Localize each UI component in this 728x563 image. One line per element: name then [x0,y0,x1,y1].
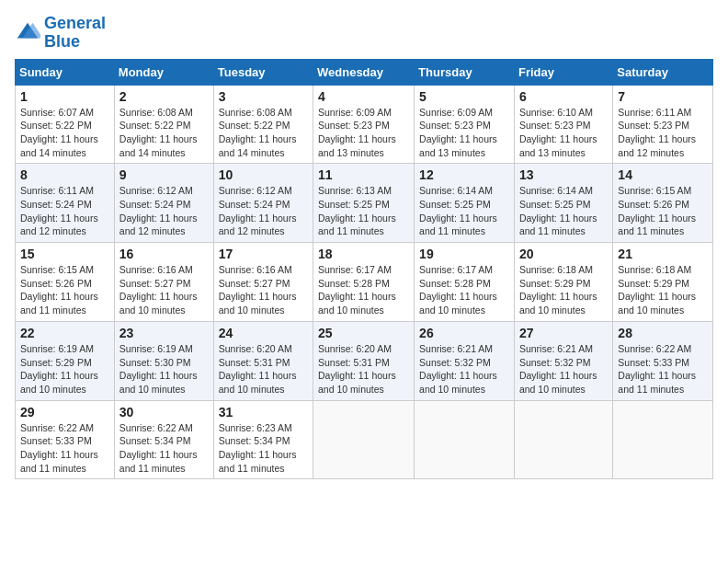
day-info: Sunrise: 6:12 AMSunset: 5:24 PMDaylight:… [219,184,308,238]
day-info: Sunrise: 6:09 AMSunset: 5:23 PMDaylight:… [318,106,409,160]
logo-icon [15,20,40,46]
calendar-cell: 29 Sunrise: 6:22 AMSunset: 5:33 PMDaylig… [16,400,115,479]
day-number: 18 [318,247,409,261]
day-number: 17 [219,247,308,261]
day-info: Sunrise: 6:23 AMSunset: 5:34 PMDaylight:… [219,421,308,476]
calendar-cell: 3 Sunrise: 6:08 AMSunset: 5:22 PMDayligh… [213,85,313,164]
logo: General Blue [15,15,106,52]
day-number: 11 [318,167,409,182]
day-info: Sunrise: 6:17 AMSunset: 5:28 PMDaylight:… [419,263,509,317]
calendar-cell: 1 Sunrise: 6:07 AMSunset: 5:22 PMDayligh… [16,85,115,164]
calendar-cell: 13 Sunrise: 6:14 AMSunset: 5:25 PMDaylig… [514,164,612,243]
day-number: 22 [20,326,109,340]
calendar-header-thursday: Thursday [415,59,515,85]
day-info: Sunrise: 6:22 AMSunset: 5:33 PMDaylight:… [618,342,708,396]
calendar-cell: 23 Sunrise: 6:19 AMSunset: 5:30 PMDaylig… [114,321,213,400]
calendar-header-tuesday: Tuesday [213,59,313,85]
calendar-cell: 27 Sunrise: 6:21 AMSunset: 5:32 PMDaylig… [514,321,612,400]
day-info: Sunrise: 6:16 AMSunset: 5:27 PMDaylight:… [119,263,209,317]
day-number: 27 [519,326,608,340]
day-number: 9 [119,167,209,182]
calendar-cell: 6 Sunrise: 6:10 AMSunset: 5:23 PMDayligh… [514,85,612,164]
day-number: 3 [219,89,308,104]
day-number: 15 [20,247,109,261]
day-info: Sunrise: 6:08 AMSunset: 5:22 PMDaylight:… [219,106,308,160]
calendar-cell: 20 Sunrise: 6:18 AMSunset: 5:29 PMDaylig… [514,243,612,322]
calendar-header-saturday: Saturday [613,59,713,85]
day-info: Sunrise: 6:08 AMSunset: 5:22 PMDaylight:… [119,106,209,160]
day-info: Sunrise: 6:18 AMSunset: 5:29 PMDaylight:… [618,263,708,317]
calendar-cell: 31 Sunrise: 6:23 AMSunset: 5:34 PMDaylig… [213,400,313,479]
calendar-cell: 22 Sunrise: 6:19 AMSunset: 5:29 PMDaylig… [16,321,115,400]
calendar-cell: 25 Sunrise: 6:20 AMSunset: 5:31 PMDaylig… [313,321,415,400]
calendar-cell: 28 Sunrise: 6:22 AMSunset: 5:33 PMDaylig… [613,321,713,400]
day-info: Sunrise: 6:10 AMSunset: 5:23 PMDaylight:… [519,106,608,160]
calendar-cell: 11 Sunrise: 6:13 AMSunset: 5:25 PMDaylig… [313,164,415,243]
day-info: Sunrise: 6:21 AMSunset: 5:32 PMDaylight:… [519,342,608,396]
calendar-table: SundayMondayTuesdayWednesdayThursdayFrid… [15,59,713,480]
day-info: Sunrise: 6:14 AMSunset: 5:25 PMDaylight:… [419,184,509,238]
calendar-cell: 17 Sunrise: 6:16 AMSunset: 5:27 PMDaylig… [213,243,313,322]
calendar-cell: 19 Sunrise: 6:17 AMSunset: 5:28 PMDaylig… [415,243,515,322]
day-info: Sunrise: 6:22 AMSunset: 5:33 PMDaylight:… [20,421,109,476]
calendar-header-friday: Friday [514,59,612,85]
day-info: Sunrise: 6:22 AMSunset: 5:34 PMDaylight:… [119,421,209,476]
day-number: 7 [618,89,708,104]
day-info: Sunrise: 6:18 AMSunset: 5:29 PMDaylight:… [519,263,608,317]
calendar-cell: 12 Sunrise: 6:14 AMSunset: 5:25 PMDaylig… [415,164,515,243]
day-info: Sunrise: 6:19 AMSunset: 5:29 PMDaylight:… [20,342,109,396]
day-number: 19 [419,247,509,261]
calendar-cell: 5 Sunrise: 6:09 AMSunset: 5:23 PMDayligh… [415,85,515,164]
calendar-header-row: SundayMondayTuesdayWednesdayThursdayFrid… [16,59,713,85]
day-number: 12 [419,167,509,182]
calendar-cell: 7 Sunrise: 6:11 AMSunset: 5:23 PMDayligh… [613,85,713,164]
day-number: 28 [618,326,708,340]
day-number: 5 [419,89,509,104]
day-info: Sunrise: 6:21 AMSunset: 5:32 PMDaylight:… [419,342,509,396]
calendar-cell: 4 Sunrise: 6:09 AMSunset: 5:23 PMDayligh… [313,85,415,164]
calendar-cell [514,400,612,479]
calendar-header-sunday: Sunday [16,59,115,85]
day-info: Sunrise: 6:09 AMSunset: 5:23 PMDaylight:… [419,106,509,160]
calendar-week-row: 1 Sunrise: 6:07 AMSunset: 5:22 PMDayligh… [16,85,713,164]
day-info: Sunrise: 6:20 AMSunset: 5:31 PMDaylight:… [318,342,409,396]
logo-text: General Blue [44,15,106,52]
day-number: 29 [20,405,109,419]
day-info: Sunrise: 6:13 AMSunset: 5:25 PMDaylight:… [318,184,409,238]
calendar-cell: 24 Sunrise: 6:20 AMSunset: 5:31 PMDaylig… [213,321,313,400]
day-number: 30 [119,405,209,419]
calendar-header-wednesday: Wednesday [313,59,415,85]
day-number: 16 [119,247,209,261]
calendar-week-row: 29 Sunrise: 6:22 AMSunset: 5:33 PMDaylig… [16,400,713,479]
page-header: General Blue [15,15,713,52]
day-info: Sunrise: 6:07 AMSunset: 5:22 PMDaylight:… [20,106,109,160]
calendar-cell [415,400,515,479]
calendar-cell [613,400,713,479]
calendar-week-row: 22 Sunrise: 6:19 AMSunset: 5:29 PMDaylig… [16,321,713,400]
calendar-week-row: 8 Sunrise: 6:11 AMSunset: 5:24 PMDayligh… [16,164,713,243]
day-number: 1 [20,89,109,104]
day-number: 21 [618,247,708,261]
day-number: 2 [119,89,209,104]
calendar-cell: 10 Sunrise: 6:12 AMSunset: 5:24 PMDaylig… [213,164,313,243]
calendar-cell: 9 Sunrise: 6:12 AMSunset: 5:24 PMDayligh… [114,164,213,243]
day-number: 31 [219,405,308,419]
day-number: 10 [219,167,308,182]
day-number: 20 [519,247,608,261]
day-number: 26 [419,326,509,340]
calendar-cell: 18 Sunrise: 6:17 AMSunset: 5:28 PMDaylig… [313,243,415,322]
calendar-cell [313,400,415,479]
calendar-cell: 30 Sunrise: 6:22 AMSunset: 5:34 PMDaylig… [114,400,213,479]
calendar-cell: 14 Sunrise: 6:15 AMSunset: 5:26 PMDaylig… [613,164,713,243]
calendar-cell: 26 Sunrise: 6:21 AMSunset: 5:32 PMDaylig… [415,321,515,400]
calendar-week-row: 15 Sunrise: 6:15 AMSunset: 5:26 PMDaylig… [16,243,713,322]
day-info: Sunrise: 6:15 AMSunset: 5:26 PMDaylight:… [20,263,109,317]
day-number: 8 [20,167,109,182]
day-number: 14 [618,167,708,182]
day-number: 23 [119,326,209,340]
calendar-header-monday: Monday [114,59,213,85]
day-info: Sunrise: 6:20 AMSunset: 5:31 PMDaylight:… [219,342,308,396]
calendar-cell: 21 Sunrise: 6:18 AMSunset: 5:29 PMDaylig… [613,243,713,322]
day-info: Sunrise: 6:14 AMSunset: 5:25 PMDaylight:… [519,184,608,238]
day-number: 4 [318,89,409,104]
